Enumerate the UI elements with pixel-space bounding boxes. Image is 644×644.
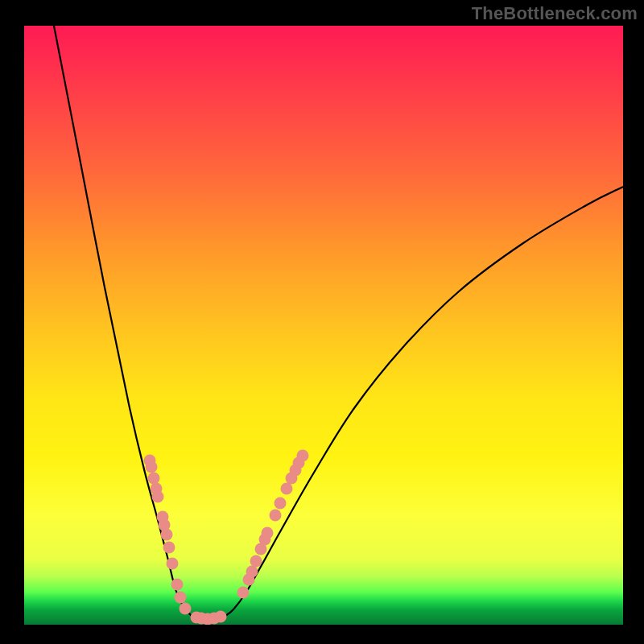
chart-frame: TheBottleneck.com xyxy=(0,0,644,644)
data-dots xyxy=(144,450,309,625)
data-dot xyxy=(180,603,192,615)
data-dot xyxy=(281,483,293,495)
data-dot xyxy=(163,542,175,554)
data-dot xyxy=(215,611,227,623)
data-dot xyxy=(275,497,287,510)
data-dot xyxy=(250,555,262,568)
data-dot xyxy=(161,529,173,541)
data-dot xyxy=(167,558,179,570)
data-dot xyxy=(152,491,164,503)
data-dot xyxy=(270,510,282,522)
curve-right-branch xyxy=(225,187,623,616)
curve-left-branch xyxy=(54,26,192,616)
data-dot xyxy=(262,527,274,539)
plot-area xyxy=(24,26,623,625)
watermark-text: TheBottleneck.com xyxy=(472,3,638,24)
data-dot xyxy=(237,587,250,599)
data-dot xyxy=(146,461,158,473)
curve-layer xyxy=(24,26,623,625)
data-dot xyxy=(297,450,309,462)
data-dot xyxy=(148,473,160,485)
data-dot xyxy=(171,579,184,591)
data-dot xyxy=(175,592,187,604)
data-dot xyxy=(246,566,258,578)
